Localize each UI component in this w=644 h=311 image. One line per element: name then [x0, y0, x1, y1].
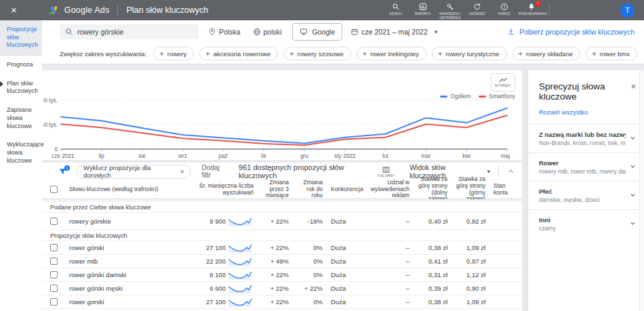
select-all-checkbox[interactable]	[50, 186, 58, 193]
column-header[interactable]: Udział w wyświetleniach reklam	[367, 180, 414, 199]
row-checkbox[interactable]	[50, 257, 58, 265]
row-checkbox-cell	[42, 285, 65, 292]
svg-text:250 tys.: 250 tys.	[43, 121, 58, 128]
column-header[interactable]: Stawka za górę strony (górny zakres)	[451, 180, 489, 199]
expand-all-link[interactable]: Rozwiń wszystko	[539, 108, 633, 116]
column-header[interactable]: Zmiana rok do roku	[293, 180, 327, 199]
filter-text: Inniczarny	[539, 216, 626, 232]
keyword-ideas-table-card: 1 Wyklucz propozycje dla dorosłych × Dod…	[42, 163, 522, 311]
add-filter-button[interactable]: Dodaj filtr	[202, 164, 229, 179]
location-pin-icon	[208, 28, 216, 36]
column-header[interactable]: Konkurencja	[327, 180, 367, 199]
column-header[interactable]: Zmiana przez 3 miesiące	[258, 180, 293, 199]
row-checkbox[interactable]	[50, 285, 58, 292]
plus-icon: +	[363, 49, 367, 58]
three-month-change-cell: + 49%	[258, 257, 293, 265]
refine-filter-item[interactable]: Rowerrowery mtb, rower mtb, rowery damsk…	[528, 152, 644, 181]
broaden-chip[interactable]: +rowery turystyczne	[432, 47, 507, 60]
top-of-page-bid-high-cell: 0,90 zł	[451, 285, 489, 292]
refine-filter-list: Z nazwą marki lub bez nazwy markiNon-Bra…	[528, 124, 644, 238]
filter-expand-button[interactable]	[628, 190, 637, 202]
avg-searches-value: 22 200	[206, 257, 226, 265]
location-selector[interactable]: Polska	[208, 28, 241, 36]
column-header[interactable]: Słowo kluczowe (według trafności)	[65, 180, 182, 199]
filter-expand-button[interactable]	[628, 133, 637, 145]
avatar[interactable]: T	[620, 3, 635, 18]
svg-text:sty 2022: sty 2022	[334, 152, 356, 159]
sidebar-item-3[interactable]: Plan słów kluczowych	[0, 75, 42, 101]
topbar-tools-button[interactable]: NARZĘDZIA I USTAWIENIA	[437, 0, 464, 20]
plus-icon: +	[205, 49, 209, 58]
competition-cell: Duża	[327, 257, 367, 265]
column-header[interactable]: Stan konta	[489, 180, 522, 199]
plus-icon: +	[438, 49, 442, 58]
svg-text:?: ?	[503, 5, 505, 9]
topbar-divider	[117, 5, 118, 16]
refine-filter-item[interactable]: Z nazwą marki lub bez nazwy markiNon-Bra…	[528, 124, 644, 152]
column-header[interactable]: Śr. miesięczna liczba wyszukiwań	[182, 180, 258, 199]
keyword-cell: rowery górskie	[65, 217, 182, 225]
refine-filter-item[interactable]: Inniczarny	[528, 209, 644, 238]
filter-button[interactable]: 1	[58, 167, 67, 176]
avg-searches-value: 27 100	[206, 244, 226, 251]
language-selector[interactable]: polski	[253, 28, 282, 36]
row-checkbox[interactable]	[50, 271, 58, 278]
broaden-chip[interactable]: +akcesoria rowerowe	[199, 47, 278, 60]
row-checkbox-cell	[42, 217, 65, 225]
broaden-chip[interactable]: +rower bmx	[586, 47, 637, 60]
close-icon[interactable]: ×	[11, 0, 17, 20]
reports-icon	[419, 3, 427, 11]
sidebar-item-2[interactable]: Prognoza	[0, 56, 42, 75]
keyword-cell: rower górski	[65, 244, 182, 251]
refresh-icon	[473, 3, 481, 11]
row-checkbox[interactable]	[50, 298, 58, 306]
top-of-page-bid-low-cell: 0,31 zł	[414, 271, 451, 278]
remove-filter-icon[interactable]: ×	[180, 168, 184, 175]
column-header[interactable]: Stawka za górę strony (dolny zakres)	[414, 180, 451, 199]
refine-filter-item[interactable]: Płećdamskie, męskie, dzieci	[528, 181, 644, 209]
sparkline-chart	[228, 243, 254, 253]
date-range-selector[interactable]: cze 2021 – maj 2022 ▾	[350, 28, 437, 36]
keyword-table-row: rower mtb22 200+ 49%0%Duża–0,41 zł0,97 z…	[42, 255, 522, 268]
competition-cell: Duża	[327, 285, 367, 292]
broaden-chip[interactable]: +rower trekingowy	[357, 47, 426, 60]
row-checkbox[interactable]	[50, 244, 58, 251]
filter-expand-button[interactable]	[628, 218, 637, 230]
columns-button[interactable]: KOLUMNY	[378, 165, 395, 178]
topbar-help-button[interactable]: ?POMOC	[491, 0, 518, 16]
sidebar-item-4[interactable]: Zapisane słowa kluczowe	[0, 101, 42, 136]
search-icon	[65, 28, 73, 36]
adult-ideas-filter-chip[interactable]: Wyklucz propozycje dla dorosłych ×	[77, 165, 191, 179]
three-month-change-cell: + 22%	[258, 244, 293, 251]
keyword-search-box[interactable]	[60, 24, 199, 39]
topbar-reports-button[interactable]: RAPORTY	[409, 0, 437, 16]
broaden-chip[interactable]: +rowery	[153, 47, 194, 60]
sidebar-item-5[interactable]: Wykluczające słowa kluczowe	[0, 136, 42, 170]
panel-scrollbar[interactable]	[639, 70, 644, 311]
topbar-search-button[interactable]: SZUKAJ	[382, 0, 409, 16]
broaden-chip[interactable]: +rowery szosowe	[283, 47, 351, 60]
ad-impression-share-cell: –	[367, 244, 414, 251]
keyword-search-input[interactable]	[77, 28, 186, 36]
location-value: Polska	[219, 28, 241, 36]
yoy-change-cell: 0%	[293, 244, 327, 251]
keyword-table-row: rowery górskie9 900+ 22%-18%Duża–0,40 zł…	[42, 213, 522, 230]
row-checkbox[interactable]	[50, 217, 58, 225]
topbar-notifications-button[interactable]: POWIADOMIENIA!	[518, 0, 545, 16]
download-keyword-ideas-button[interactable]: Pobierz propozycje słów kluczowych	[507, 28, 635, 36]
plan-criteria-bar: Polska polski Google cze 2021 – maj 2022…	[42, 20, 644, 43]
close-icon[interactable]: ×	[630, 81, 636, 91]
keyword-cell: rower górski męski	[65, 285, 182, 292]
filter-text: Z nazwą marki lub bez nazwy markiNon-Bra…	[539, 131, 626, 146]
charts-toggle-button[interactable]: WYKRESY	[491, 73, 515, 91]
keyword-cell: rower górski damski	[65, 271, 182, 278]
sidebar-item-1[interactable]: Propozycje słów kluczowych	[0, 20, 42, 56]
filter-values: czarny	[539, 225, 626, 232]
chevron-down-icon	[628, 219, 637, 228]
network-selector[interactable]: Google	[292, 23, 342, 41]
collapse-table-button[interactable]	[507, 167, 515, 175]
table-body: Podane przez Ciebie słowa kluczowerowery…	[42, 202, 522, 309]
broaden-chip[interactable]: +rowery składane	[512, 47, 581, 60]
topbar-refresh-button[interactable]: ODŚWIEŻ	[464, 0, 491, 16]
filter-expand-button[interactable]	[628, 161, 637, 173]
